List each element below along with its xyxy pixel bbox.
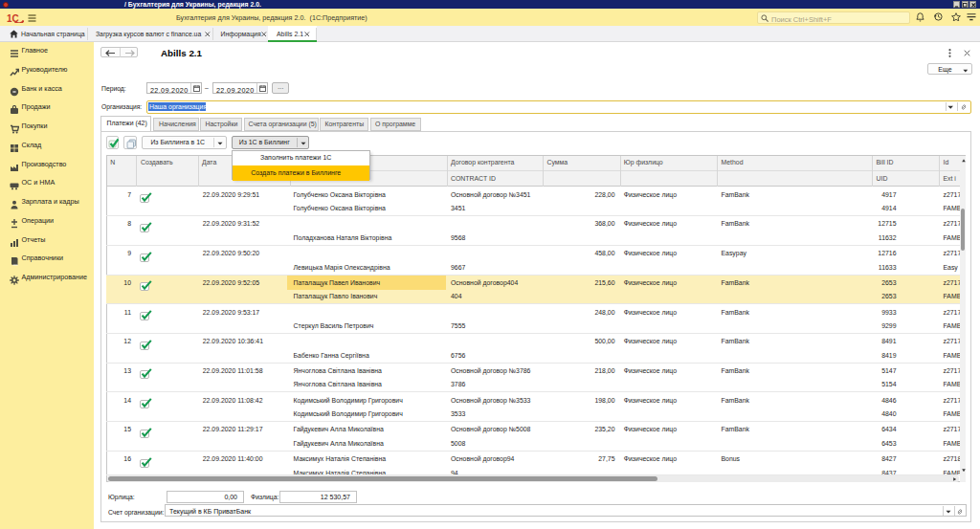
svg-text:1С: 1С bbox=[7, 13, 19, 23]
